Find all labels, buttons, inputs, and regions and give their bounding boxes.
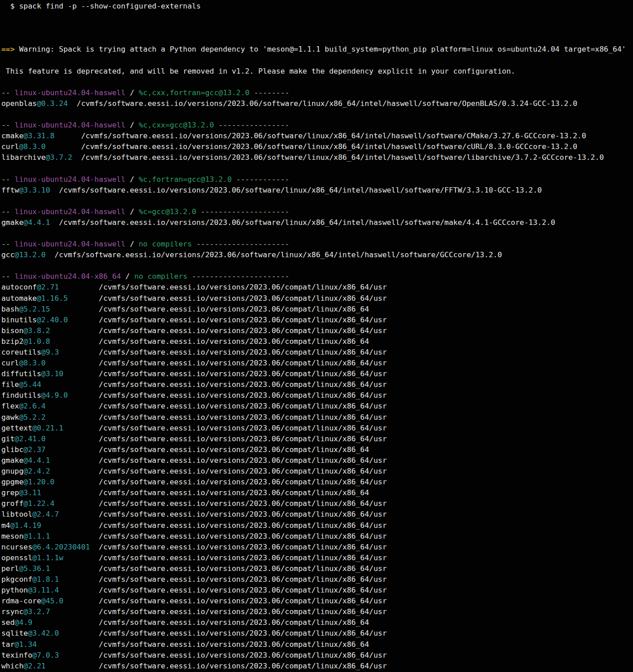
package-name: gnupg: [1, 467, 23, 475]
package-name: gmake: [1, 456, 23, 465]
section-header-prefix: --: [1, 175, 15, 184]
package-name: git: [1, 435, 15, 443]
section-header: -- linux-ubuntu24.04-haswell / %c,cxx=gc…: [1, 120, 633, 131]
package-name: pkgconf: [1, 575, 32, 584]
section-header: -- linux-ubuntu24.04-haswell / %c,cxx,fo…: [1, 88, 633, 98]
section-dashes: ------------: [232, 175, 289, 184]
package-path: /cvmfs/software.eessi.io/versions/2023.0…: [59, 510, 387, 518]
package-version: @5.2.2: [19, 413, 45, 422]
package-path: /cvmfs/software.eessi.io/versions/2023.0…: [63, 597, 387, 605]
section-compilers: %c=gcc@13.2.0: [139, 207, 196, 216]
package-row: tar@1.34 /cvmfs/software.eessi.io/versio…: [1, 639, 633, 650]
package-version: @3.7.2: [46, 153, 72, 162]
package-row: pkgconf@1.8.1 /cvmfs/software.eessi.io/v…: [1, 574, 633, 585]
package-row: libarchive@3.7.2 /cvmfs/software.eessi.i…: [1, 152, 633, 163]
package-path: /cvmfs/software.eessi.io/versions/2023.0…: [50, 607, 387, 616]
section-compilers: no compilers: [134, 272, 187, 281]
package-name: gpgme: [1, 478, 23, 486]
package-version: @1.22.4: [23, 499, 54, 508]
package-row: rsync@3.2.7 /cvmfs/software.eessi.io/ver…: [1, 606, 633, 617]
package-version: @4.9.0: [41, 391, 68, 400]
package-version: @9.3: [41, 348, 59, 356]
package-row: ncurses@6.4.20230401 /cvmfs/software.ees…: [1, 542, 633, 553]
blank-line: [1, 260, 633, 271]
section-separator: /: [125, 175, 139, 184]
package-name: libarchive: [1, 153, 46, 162]
package-row: rdma-core@45.0 /cvmfs/software.eessi.io/…: [1, 596, 633, 606]
package-version: @4.9: [15, 618, 32, 627]
package-name: grep: [1, 488, 19, 497]
section-dashes: ----------------------: [187, 272, 289, 281]
section-header-prefix: --: [1, 240, 15, 248]
terminal-output[interactable]: $ spack find -p --show-configured-extern…: [0, 0, 633, 672]
section-separator: /: [125, 88, 139, 97]
warning-line-1: ==> Warning: Spack is trying attach a Py…: [1, 44, 633, 55]
package-path: /cvmfs/software.eessi.io/versions/2023.0…: [41, 521, 387, 530]
section-header: -- linux-ubuntu24.04-haswell / %c,fortra…: [1, 174, 633, 185]
package-row: diffutils@3.10 /cvmfs/software.eessi.io/…: [1, 369, 633, 379]
package-row: gmake@4.4.1 /cvmfs/software.eessi.io/ver…: [1, 217, 633, 228]
package-version: @2.37: [23, 445, 45, 454]
section-header-prefix: --: [1, 207, 15, 216]
package-name: sqlite: [1, 629, 28, 637]
package-path: /cvmfs/software.eessi.io/versions/2023.0…: [68, 391, 387, 400]
package-path: /cvmfs/software.eessi.io/versions/2023.0…: [46, 435, 387, 443]
package-name: groff: [1, 499, 23, 508]
section-platform: linux-ubuntu24.04-haswell: [15, 88, 126, 97]
package-path: /cvmfs/software.eessi.io/versions/2023.0…: [46, 662, 387, 670]
package-version: @5.2.15: [19, 305, 50, 313]
section-platform: linux-ubuntu24.04-haswell: [15, 207, 126, 216]
package-name: rsync: [1, 607, 23, 616]
package-name: autoconf: [1, 283, 37, 291]
package-path: /cvmfs/software.eessi.io/versions/2023.0…: [37, 640, 369, 649]
package-row: sqlite@3.42.0 /cvmfs/software.eessi.io/v…: [1, 628, 633, 639]
package-path: /cvmfs/software.eessi.io/versions/2023.0…: [54, 499, 387, 508]
package-row: glibc@2.37 /cvmfs/software.eessi.io/vers…: [1, 444, 633, 455]
package-row: git@2.41.0 /cvmfs/software.eessi.io/vers…: [1, 434, 633, 444]
package-version: @1.16.5: [37, 294, 68, 303]
package-row: sed@4.9 /cvmfs/software.eessi.io/version…: [1, 617, 633, 628]
package-version: @2.4.7: [32, 510, 59, 518]
section-header-prefix: --: [1, 88, 15, 97]
package-version: @45.0: [41, 597, 63, 605]
package-row: grep@3.11 /cvmfs/software.eessi.io/versi…: [1, 488, 633, 498]
package-path: /cvmfs/software.eessi.io/versions/2023.0…: [46, 445, 369, 454]
command-text: $ spack find -p --show-configured-extern…: [1, 2, 201, 10]
section-header: -- linux-ubuntu24.04-haswell / %c=gcc@13…: [1, 206, 633, 217]
warning-arrow-icon: ==>: [1, 45, 15, 53]
package-name: fftw: [1, 186, 19, 194]
section-header: -- linux-ubuntu24.04-x86_64 / no compile…: [1, 271, 633, 282]
package-version: @3.8.2: [23, 326, 50, 335]
package-name: binutils: [1, 316, 37, 324]
package-name: openssl: [1, 553, 32, 562]
package-row: perl@5.36.1 /cvmfs/software.eessi.io/ver…: [1, 563, 633, 574]
command-line: $ spack find -p --show-configured-extern…: [1, 1, 633, 12]
package-version: @2.6.4: [19, 402, 45, 410]
package-row: findutils@4.9.0 /cvmfs/software.eessi.io…: [1, 390, 633, 401]
package-version: @2.71: [37, 283, 59, 291]
package-version: @1.34: [15, 640, 37, 649]
section-dashes: --------: [250, 88, 290, 97]
section-compilers: %c,fortran=gcc@13.2.0: [139, 175, 232, 184]
section-separator: /: [125, 207, 139, 216]
package-version: @6.4.20230401: [32, 543, 90, 551]
package-row: bash@5.2.15 /cvmfs/software.eessi.io/ver…: [1, 304, 633, 315]
package-row: openssl@1.1.1w /cvmfs/software.eessi.io/…: [1, 553, 633, 563]
package-name: flex: [1, 402, 19, 410]
package-path: /cvmfs/software.eessi.io/versions/2023.0…: [46, 250, 502, 259]
package-name: texinfo: [1, 651, 32, 659]
package-name: glibc: [1, 445, 23, 454]
package-row: coreutils@9.3 /cvmfs/software.eessi.io/v…: [1, 347, 633, 358]
warning-text-1: Warning: Spack is trying attach a Python…: [15, 45, 626, 53]
package-name: bash: [1, 305, 19, 313]
package-version: @13.2.0: [15, 250, 46, 259]
package-version: @7.0.3: [32, 651, 59, 659]
blank-line: [1, 228, 633, 239]
package-name: m4: [1, 521, 10, 530]
package-row: cmake@3.31.8 /cvmfs/software.eessi.io/ve…: [1, 131, 633, 141]
package-row: m4@1.4.19 /cvmfs/software.eessi.io/versi…: [1, 520, 633, 531]
package-path: /cvmfs/software.eessi.io/versions/2023.0…: [59, 586, 387, 594]
package-row: curl@8.3.0 /cvmfs/software.eessi.io/vers…: [1, 141, 633, 152]
section-compilers: %c,cxx=gcc@13.2.0: [139, 121, 214, 129]
package-version: @0.3.24: [37, 99, 68, 108]
